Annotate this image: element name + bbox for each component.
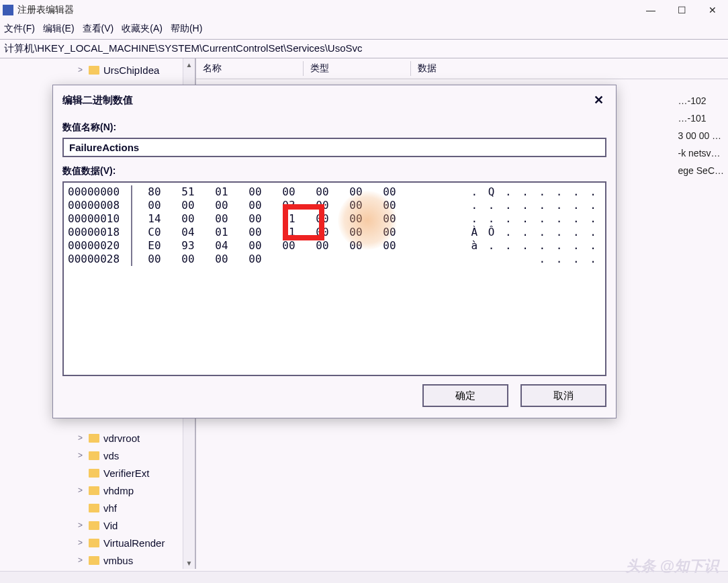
hex-byte[interactable]: 00 <box>339 212 373 226</box>
hex-addr: 00000008 <box>68 199 132 212</box>
hex-row[interactable]: 00000018 C0 04 01 00 01 00 00 00 À Ô . .… <box>68 226 601 239</box>
hex-byte[interactable]: 00 <box>171 212 205 226</box>
hex-byte[interactable]: 00 <box>238 185 272 199</box>
chevron-right-icon: > <box>78 451 87 460</box>
hex-row[interactable]: 00000028 00 00 00 00 . . . . <box>68 253 601 266</box>
hex-byte[interactable]: 00 <box>205 212 238 226</box>
chevron-right-icon: > <box>78 555 87 565</box>
hex-byte[interactable]: 00 <box>171 253 205 266</box>
hex-byte[interactable]: 00 <box>306 199 339 212</box>
hex-editor[interactable]: 00000000 80 51 01 00 00 00 00 00 . Q . .… <box>62 181 606 376</box>
tree-item[interactable]: > vdrvroot <box>0 429 195 447</box>
hex-byte[interactable]: 00 <box>272 185 306 199</box>
hex-byte[interactable]: 00 <box>238 212 272 226</box>
hex-byte[interactable]: 00 <box>306 226 339 239</box>
tree-item[interactable]: > vds <box>0 447 195 464</box>
hex-byte[interactable]: 00 <box>238 226 272 239</box>
hex-byte[interactable]: 00 <box>373 199 406 212</box>
list-header: 名称 类型 数据 <box>196 58 728 79</box>
hex-byte[interactable]: 14 <box>138 212 171 226</box>
hex-byte[interactable]: 00 <box>306 212 339 226</box>
hex-row[interactable]: 00000000 80 51 01 00 00 00 00 00 . Q . .… <box>68 185 601 199</box>
tree-item[interactable]: VerifierExt <box>0 464 195 482</box>
hex-byte[interactable]: 00 <box>238 199 272 212</box>
ok-button[interactable]: 确定 <box>422 384 508 407</box>
hex-row[interactable]: 00000020 E0 93 04 00 00 00 00 00 à . . .… <box>68 239 601 253</box>
menu-help[interactable]: 帮助(H) <box>171 23 202 35</box>
tree-item[interactable]: > UrsChipIdea <box>0 61 195 79</box>
menu-favorites[interactable]: 收藏夹(A) <box>122 23 163 35</box>
scroll-down-icon[interactable]: ▼ <box>183 557 195 569</box>
hex-byte[interactable]: 00 <box>306 185 339 199</box>
hex-byte[interactable]: 01 <box>272 226 306 239</box>
hex-byte[interactable]: 00 <box>339 226 373 239</box>
folder-icon <box>89 486 99 495</box>
horizontal-scrollbar[interactable] <box>0 571 728 583</box>
value-name-field[interactable]: FailureActions <box>62 138 606 157</box>
hex-byte[interactable]: 93 <box>171 239 205 253</box>
tree-item-label: VirtualRender <box>103 537 165 549</box>
hex-byte[interactable]: 00 <box>272 239 306 253</box>
tree-item-label: vmbus <box>103 555 133 566</box>
folder-icon <box>89 539 99 547</box>
cancel-button[interactable]: 取消 <box>520 384 606 407</box>
col-data[interactable]: 数据 <box>411 61 728 76</box>
value-name-label: 数值名称(N): <box>62 122 606 134</box>
hex-byte[interactable]: 00 <box>339 199 373 212</box>
col-type[interactable]: 类型 <box>304 61 411 76</box>
hex-byte[interactable]: 00 <box>238 239 272 253</box>
hex-byte[interactable]: 00 <box>238 253 272 266</box>
hex-byte[interactable]: C0 <box>138 226 171 239</box>
hex-addr: 00000018 <box>68 226 132 239</box>
col-name[interactable]: 名称 <box>196 61 304 76</box>
address-bar[interactable]: 计算机\HKEY_LOCAL_MACHINE\SYSTEM\CurrentCon… <box>0 39 728 58</box>
bg-value: 3 00 00 … <box>678 127 724 144</box>
hex-byte[interactable]: 01 <box>205 185 238 199</box>
hex-byte[interactable]: 00 <box>306 239 339 253</box>
folder-icon <box>89 66 99 75</box>
folder-icon <box>89 469 99 478</box>
hex-byte[interactable]: 00 <box>205 253 238 266</box>
bg-value: …-102 <box>678 92 724 109</box>
scroll-up-icon[interactable]: ▲ <box>183 58 195 71</box>
hex-byte[interactable]: 03 <box>272 199 306 212</box>
hex-byte[interactable]: 80 <box>138 185 171 199</box>
hex-byte[interactable]: 00 <box>339 185 373 199</box>
tree-item[interactable]: > Vid <box>0 517 195 534</box>
tree-item[interactable]: > vmbus <box>0 551 195 569</box>
tree-item[interactable]: > VirtualRender <box>0 534 195 551</box>
hex-byte[interactable]: 00 <box>138 199 171 212</box>
maximize-button[interactable]: ☐ <box>666 0 697 20</box>
bg-value: ege SeC… <box>678 162 724 179</box>
hex-byte[interactable]: 01 <box>272 212 306 226</box>
menu-file[interactable]: 文件(F) <box>4 23 35 35</box>
hex-byte[interactable]: 00 <box>373 185 406 199</box>
tree-item[interactable]: > vhdmp <box>0 482 195 499</box>
hex-byte[interactable]: 00 <box>339 239 373 253</box>
tree-item-label: vdrvroot <box>103 433 140 444</box>
hex-byte[interactable]: 00 <box>373 212 406 226</box>
hex-ascii: . . . . . . . . <box>471 199 599 212</box>
hex-byte[interactable]: 51 <box>171 185 205 199</box>
hex-byte[interactable]: 00 <box>171 199 205 212</box>
folder-icon <box>89 521 99 530</box>
hex-row[interactable]: 00000010 14 00 00 00 01 00 00 00 . . . .… <box>68 212 601 226</box>
menu-view[interactable]: 查看(V) <box>83 23 114 35</box>
hex-byte[interactable]: E0 <box>138 239 171 253</box>
hex-byte[interactable]: 00 <box>205 199 238 212</box>
hex-byte[interactable]: 00 <box>138 253 171 266</box>
minimize-button[interactable]: — <box>635 0 666 20</box>
dialog-close-button[interactable]: ✕ <box>588 91 609 109</box>
tree-item[interactable]: vhf <box>0 499 195 517</box>
folder-icon <box>89 451 99 460</box>
tree-item-label: UrsChipIdea <box>103 64 159 76</box>
hex-byte[interactable]: 04 <box>205 239 238 253</box>
hex-byte[interactable]: 04 <box>171 226 205 239</box>
close-button[interactable]: ✕ <box>697 0 728 20</box>
hex-byte[interactable]: 01 <box>205 226 238 239</box>
hex-row[interactable]: 00000008 00 00 00 00 03 00 00 00 . . . .… <box>68 199 601 212</box>
hex-byte[interactable]: 00 <box>373 226 406 239</box>
hex-byte[interactable]: 00 <box>373 239 406 253</box>
menubar: 文件(F) 编辑(E) 查看(V) 收藏夹(A) 帮助(H) <box>0 20 728 39</box>
menu-edit[interactable]: 编辑(E) <box>43 23 75 35</box>
